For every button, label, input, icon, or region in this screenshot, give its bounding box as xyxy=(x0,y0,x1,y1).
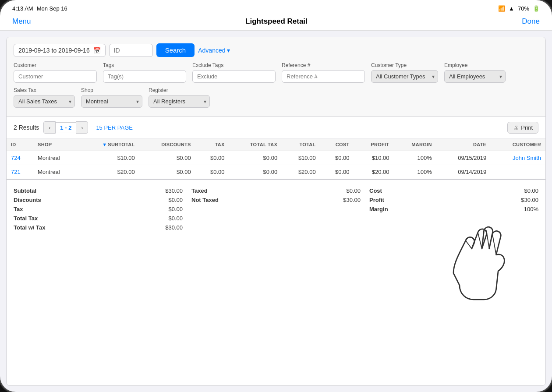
reference-input[interactable] xyxy=(282,70,365,83)
total-tax-label: Total Tax xyxy=(14,215,38,222)
reference-filter-group: Reference # xyxy=(282,62,365,83)
register-label: Register xyxy=(149,87,210,93)
employee-select[interactable]: All Employees xyxy=(444,70,506,83)
row2-total: $20.00 xyxy=(282,165,320,179)
col-discounts: DISCOUNTS xyxy=(139,138,195,151)
row1-shop: Montreal xyxy=(33,151,78,165)
advanced-label: Advanced xyxy=(198,47,225,54)
battery-icon: 🔋 xyxy=(533,5,540,12)
search-row: 2019-09-13 to 2019-09-16 📅 Search Advanc… xyxy=(14,43,538,57)
filter-row-1: Customer Tags Exclude Tags Reference # xyxy=(14,62,538,83)
table-row: 724 Montreal $10.00 $0.00 $0.00 $0.00 $1… xyxy=(7,151,545,165)
table-row: 721 Montreal $20.00 $0.00 $0.00 $0.00 $2… xyxy=(7,165,545,179)
tags-label: Tags xyxy=(103,62,186,68)
sales-tax-filter-group: Sales Tax All Sales Taxes xyxy=(14,87,75,108)
shop-select[interactable]: Montreal xyxy=(81,95,142,108)
search-button[interactable]: Search xyxy=(156,43,195,57)
taxed-summary: Taxed $0.00 xyxy=(191,186,361,195)
shop-select-wrapper: Montreal xyxy=(81,95,142,108)
employee-filter-group: Employee All Employees xyxy=(444,62,506,83)
customer-filter-group: Customer xyxy=(14,62,97,83)
results-bar: 2 Results ‹ 1 - 2 › 15 PER PAGE 🖨 Print xyxy=(7,117,545,138)
col-profit: PROFIT xyxy=(354,138,394,151)
total-wtax-summary: Total w/ Tax $30.00 xyxy=(14,223,183,232)
margin-label: Margin xyxy=(369,206,388,212)
not-taxed-summary: Not Taxed $30.00 xyxy=(191,195,361,205)
pagination: ‹ 1 - 2 › xyxy=(43,121,88,134)
advanced-button[interactable]: Advanced ▾ xyxy=(198,47,230,54)
col-total: TOTAL xyxy=(282,138,320,151)
exclude-tags-input[interactable] xyxy=(192,70,276,83)
subtotal-summary: Subtotal $30.00 xyxy=(14,186,183,195)
content-area: 2019-09-13 to 2019-09-16 📅 Search Advanc… xyxy=(0,31,552,392)
cost-label: Cost xyxy=(369,187,382,194)
col-subtotal[interactable]: ▼SUBTOTAL xyxy=(78,138,139,151)
per-page-label: 15 PER PAGE xyxy=(96,124,133,131)
total-wtax-label: Total w/ Tax xyxy=(14,224,45,231)
next-page-button[interactable]: › xyxy=(76,121,88,134)
cost-summary: Cost $0.00 xyxy=(369,186,538,195)
prev-page-button[interactable]: ‹ xyxy=(43,121,56,134)
margin-summary: Margin 100% xyxy=(369,205,538,214)
reference-label: Reference # xyxy=(282,62,365,68)
margin-value: 100% xyxy=(524,206,538,212)
sales-tax-select[interactable]: All Sales Taxes xyxy=(14,95,75,108)
row2-profit: $20.00 xyxy=(354,165,394,179)
row1-total-tax: $0.00 xyxy=(229,151,282,165)
subtotal-label: Subtotal xyxy=(14,187,36,194)
not-taxed-value: $30.00 xyxy=(343,197,361,203)
row1-subtotal: $10.00 xyxy=(78,151,139,165)
row1-customer[interactable]: John Smith xyxy=(491,151,545,165)
row1-discounts: $0.00 xyxy=(139,151,195,165)
customer-input[interactable] xyxy=(14,70,97,83)
wifi-icon: 📶 xyxy=(498,5,505,12)
row1-margin: 100% xyxy=(394,151,436,165)
col-shop: SHOP xyxy=(33,138,78,151)
tax-summary: Tax $0.00 xyxy=(14,205,183,214)
col-date: DATE xyxy=(436,138,491,151)
col-id: ID xyxy=(7,138,33,151)
results-table: ID SHOP ▼SUBTOTAL DISCOUNTS TAX TOTAL TA… xyxy=(7,138,545,179)
total-tax-summary: Total Tax $0.00 xyxy=(14,214,183,223)
shop-label: Shop xyxy=(81,87,142,93)
profit-value: $30.00 xyxy=(521,197,538,203)
row2-tax: $0.00 xyxy=(195,165,229,179)
total-wtax-value: $30.00 xyxy=(165,224,183,231)
summary-col-2: Taxed $0.00 Not Taxed $30.00 xyxy=(191,186,361,232)
row2-cost: $0.00 xyxy=(320,165,354,179)
print-button[interactable]: 🖨 Print xyxy=(507,122,538,134)
print-icon: 🖨 xyxy=(513,124,519,131)
profit-summary: Profit $30.00 xyxy=(369,195,538,205)
done-button[interactable]: Done xyxy=(522,17,540,26)
app-title: Lightspeed Retail xyxy=(245,17,308,26)
id-input[interactable] xyxy=(109,44,153,57)
not-taxed-label: Not Taxed xyxy=(191,197,219,203)
taxed-value: $0.00 xyxy=(346,187,361,194)
date-range-value: 2019-09-13 to 2019-09-16 xyxy=(18,47,90,54)
subtotal-value: $30.00 xyxy=(165,187,183,194)
status-bar: 4:13 AM Mon Sep 16 📶 ▲ 70% 🔋 xyxy=(0,0,552,15)
row2-id[interactable]: 721 xyxy=(7,165,33,179)
col-tax: TAX xyxy=(195,138,229,151)
register-select-wrapper: All Registers xyxy=(149,95,210,108)
row1-date: 09/15/2019 xyxy=(436,151,491,165)
discounts-label: Discounts xyxy=(14,197,41,203)
row1-id[interactable]: 724 xyxy=(7,151,33,165)
signal-icon: ▲ xyxy=(509,5,514,12)
register-select[interactable]: All Registers xyxy=(149,95,210,108)
menu-button[interactable]: Menu xyxy=(12,17,31,26)
row2-subtotal: $20.00 xyxy=(78,165,139,179)
customer-type-select[interactable]: All Customer Types xyxy=(371,70,438,83)
tags-input[interactable] xyxy=(103,70,186,83)
discounts-value: $0.00 xyxy=(168,197,183,203)
row2-date: 09/14/2019 xyxy=(436,165,491,179)
exclude-tags-label: Exclude Tags xyxy=(192,62,276,68)
sales-tax-select-wrapper: All Sales Taxes xyxy=(14,95,75,108)
col-margin: MARGIN xyxy=(394,138,436,151)
time-display: 4:13 AM xyxy=(12,5,33,12)
row1-profit: $10.00 xyxy=(354,151,394,165)
date-range-input[interactable]: 2019-09-13 to 2019-09-16 📅 xyxy=(14,44,106,57)
row1-cost: $0.00 xyxy=(320,151,354,165)
tax-value: $0.00 xyxy=(168,206,183,212)
ipad-frame: 4:13 AM Mon Sep 16 📶 ▲ 70% 🔋 Menu Lights… xyxy=(0,0,552,392)
